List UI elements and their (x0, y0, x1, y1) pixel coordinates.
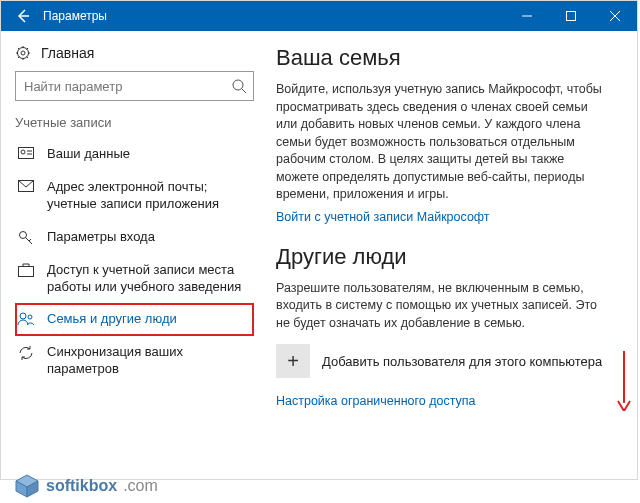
nav-list: Ваши данные Адрес электронной почты; уче… (15, 138, 254, 386)
watermark-brand2: .com (123, 477, 158, 495)
nav-label: Доступ к учетной записи места работы или… (47, 262, 250, 296)
watermark-brand1: softikbox (46, 477, 117, 495)
svg-rect-8 (19, 266, 34, 276)
nav-label: Семья и другие люди (47, 311, 177, 328)
settings-window: Параметры Главная Найти параметр Учетные… (0, 0, 638, 480)
window-title: Параметры (39, 9, 505, 23)
sidebar: Главная Найти параметр Учетные записи Ва… (1, 31, 266, 479)
nav-label: Синхронизация ваших параметров (47, 344, 250, 378)
others-body: Разрешите пользователям, не включенным в… (276, 280, 609, 333)
nav-item-sync[interactable]: Синхронизация ваших параметров (15, 336, 254, 386)
svg-rect-0 (567, 12, 576, 21)
people-icon (17, 311, 35, 326)
family-body: Войдите, используя учетную запись Майкро… (276, 81, 609, 204)
signin-link[interactable]: Войти с учетной записи Майкрософт (276, 210, 609, 224)
svg-point-10 (28, 315, 32, 319)
minimize-icon (522, 11, 532, 21)
arrow-left-icon (15, 8, 31, 24)
nav-label: Параметры входа (47, 229, 155, 246)
minimize-button[interactable] (505, 1, 549, 31)
sync-icon (17, 344, 35, 361)
add-user-row[interactable]: + Добавить пользователя для этого компью… (276, 344, 609, 378)
others-heading: Другие люди (276, 244, 609, 270)
plus-icon: + (287, 350, 299, 373)
svg-point-9 (20, 313, 26, 319)
home-label: Главная (41, 45, 94, 61)
nav-item-your-info[interactable]: Ваши данные (15, 138, 254, 171)
add-user-label: Добавить пользователя для этого компьюте… (322, 354, 602, 369)
close-button[interactable] (593, 1, 637, 31)
nav-label: Ваши данные (47, 146, 130, 163)
arrow-down-icon (617, 351, 631, 411)
mail-icon (17, 179, 35, 192)
gear-icon (15, 45, 31, 61)
watermark: softikbox.com (14, 473, 158, 499)
nav-item-signin-options[interactable]: Параметры входа (15, 221, 254, 254)
svg-point-3 (233, 80, 243, 90)
family-heading: Ваша семья (276, 45, 609, 71)
section-label: Учетные записи (15, 115, 254, 130)
main-panel: Ваша семья Войдите, используя учетную за… (266, 31, 637, 479)
svg-point-5 (21, 150, 25, 154)
maximize-icon (566, 11, 576, 21)
svg-point-2 (21, 51, 25, 55)
nav-item-family[interactable]: Семья и другие люди (15, 303, 254, 336)
annotation-arrow (617, 351, 631, 411)
nav-item-email-accounts[interactable]: Адрес электронной почты; учетные записи … (15, 171, 254, 221)
nav-label: Адрес электронной почты; учетные записи … (47, 179, 250, 213)
add-button[interactable]: + (276, 344, 310, 378)
maximize-button[interactable] (549, 1, 593, 31)
restricted-access-link[interactable]: Настройка ограниченного доступа (276, 394, 609, 408)
close-icon (610, 11, 620, 21)
back-button[interactable] (7, 1, 39, 31)
nav-item-work-access[interactable]: Доступ к учетной записи места работы или… (15, 254, 254, 304)
id-card-icon (17, 146, 35, 159)
briefcase-icon (17, 262, 35, 277)
search-placeholder: Найти параметр (24, 79, 231, 94)
search-input[interactable]: Найти параметр (15, 71, 254, 101)
home-link[interactable]: Главная (15, 41, 254, 71)
svg-point-7 (20, 231, 27, 238)
key-icon (17, 229, 35, 246)
search-icon (231, 78, 247, 94)
titlebar: Параметры (1, 1, 637, 31)
cube-icon (14, 473, 40, 499)
